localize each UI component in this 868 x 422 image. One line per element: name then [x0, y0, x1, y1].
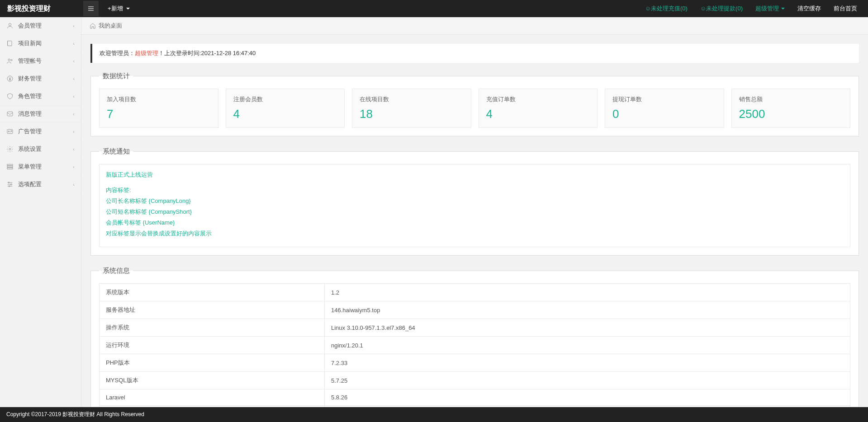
chevron-left-icon: ‹: [73, 164, 75, 169]
chevron-left-icon: ‹: [73, 129, 75, 134]
svg-rect-8: [7, 166, 13, 168]
sysinfo-row: 运行环境nginx/1.20.1: [100, 337, 850, 354]
sidebar-item-2[interactable]: 管理帐号 ‹: [0, 52, 81, 70]
sidebar-item-6[interactable]: 广告管理 ‹: [0, 123, 81, 141]
add-new-label: +新增: [108, 5, 123, 13]
chevron-left-icon: ‹: [73, 111, 75, 117]
breadcrumb: 我的桌面: [81, 17, 868, 35]
sidebar: 会员管理 ‹ 项目新闻 ‹ 管理帐号 ‹ 财务管理 ‹ 角色管理 ‹ 消息管理 …: [0, 17, 81, 422]
sysinfo-value: nginx/1.20.1: [325, 337, 850, 354]
sysinfo-value: 5.7.25: [325, 372, 850, 389]
stat-value: 0: [612, 107, 716, 121]
notice-tag-4[interactable]: 对应标签显示会替换成设置好的内容展示: [106, 230, 844, 238]
sidebar-item-label: 选项配置: [18, 180, 42, 188]
gear-icon: [6, 145, 14, 153]
sidebar-item-label: 系统设置: [18, 145, 42, 153]
add-new-dropdown[interactable]: +新增: [108, 5, 130, 13]
sidebar-item-5[interactable]: 消息管理 ‹: [0, 105, 81, 123]
sliders-icon: [6, 181, 14, 188]
sidebar-item-label: 会员管理: [18, 22, 42, 30]
user-icon: [6, 22, 14, 29]
sysinfo-key: 运行环境: [100, 337, 325, 354]
svg-point-1: [8, 59, 10, 61]
sidebar-item-3[interactable]: 财务管理 ‹: [0, 70, 81, 88]
svg-rect-4: [7, 112, 13, 116]
users-icon: [6, 57, 14, 65]
book-icon: [6, 40, 14, 47]
sidebar-item-4[interactable]: 角色管理 ‹: [0, 88, 81, 105]
sysinfo-key: MYSQL版本: [100, 372, 325, 389]
sysinfo-value: Linux 3.10.0-957.1.3.el7.x86_64: [325, 319, 850, 337]
sysinfo-row: MYSQL版本5.7.25: [100, 372, 850, 389]
frontend-link[interactable]: 前台首页: [834, 5, 857, 13]
stat-card-3: 充值订单数 4: [479, 89, 598, 128]
notice-title: 系统通知: [99, 147, 133, 156]
stat-card-5: 销售总额 2500: [731, 89, 851, 128]
stat-label: 加入项目数: [107, 95, 211, 103]
chevron-left-icon: ‹: [73, 23, 75, 28]
notice-tag-0[interactable]: 内容标签:: [106, 186, 844, 194]
topbar-right: ☺未处理充值(0) ☺未处理提款(0) 超级管理 清空缓存 前台首页: [645, 5, 868, 13]
breadcrumb-text: 我的桌面: [99, 22, 122, 30]
welcome-prefix: 欢迎管理员：: [100, 50, 135, 56]
yen-icon: [6, 75, 14, 82]
sysinfo-key: 系统版本: [100, 284, 325, 301]
notice-tag-3[interactable]: 会员帐号标签 {UserName}: [106, 219, 844, 227]
notice-tag-1[interactable]: 公司长名称标签 {CompanyLong}: [106, 197, 844, 205]
sysinfo-row: 系统版本1.2: [100, 284, 850, 301]
sidebar-item-1[interactable]: 项目新闻 ‹: [0, 35, 81, 52]
sidebar-item-label: 广告管理: [18, 127, 42, 136]
stat-value: 4: [486, 107, 590, 121]
sidebar-item-8[interactable]: 菜单管理 ‹: [0, 158, 81, 176]
chevron-left-icon: ‹: [73, 76, 75, 81]
svg-point-6: [9, 148, 11, 150]
sidebar-item-9[interactable]: 选项配置 ‹: [0, 176, 81, 193]
sysinfo-key: 服务器地址: [100, 301, 325, 319]
svg-point-2: [11, 59, 12, 61]
sysinfo-row: Laravel5.8.26: [100, 389, 850, 406]
sysinfo-panel: 系统信息 系统版本1.2服务器地址146.haiwaiym5.top操作系统Li…: [90, 267, 859, 408]
stat-card-4: 提现订单数 0: [605, 89, 724, 128]
sidebar-item-label: 菜单管理: [18, 163, 42, 171]
svg-rect-9: [7, 168, 13, 169]
chevron-left-icon: ‹: [73, 146, 75, 152]
sysinfo-value: 1.2: [325, 284, 850, 301]
stat-card-0: 加入项目数 7: [99, 89, 218, 128]
chevron-left-icon: ‹: [73, 182, 75, 187]
super-admin-dropdown[interactable]: 超级管理: [755, 5, 785, 13]
pending-recharge-link[interactable]: ☺未处理充值(0): [645, 5, 688, 13]
pending-withdraw-link[interactable]: ☺未处理提款(0): [700, 5, 743, 13]
clear-cache-link[interactable]: 清空缓存: [797, 5, 821, 13]
sysinfo-row: 操作系统Linux 3.10.0-957.1.3.el7.x86_64: [100, 319, 850, 337]
menu-icon: [6, 163, 14, 170]
sysinfo-key: PHP版本: [100, 354, 325, 372]
sidebar-item-label: 管理帐号: [18, 57, 42, 65]
sidebar-item-0[interactable]: 会员管理 ‹: [0, 17, 81, 35]
msg-icon: [6, 110, 14, 117]
sidebar-item-label: 角色管理: [18, 92, 42, 100]
topbar: 影视投资理财 +新增 ☺未处理充值(0) ☺未处理提款(0) 超级管理 清空缓存…: [0, 0, 868, 17]
sysinfo-value: 5.8.26: [325, 389, 850, 406]
sidebar-item-7[interactable]: 系统设置 ‹: [0, 141, 81, 158]
stat-value: 4: [233, 107, 337, 121]
stat-label: 提现订单数: [612, 95, 716, 103]
stats-panel: 数据统计 加入项目数 7注册会员数 4在线项目数 18充值订单数 4提现订单数 …: [90, 72, 859, 136]
shield-icon: [6, 93, 14, 100]
stat-label: 注册会员数: [233, 95, 337, 103]
stats-title: 数据统计: [99, 72, 133, 80]
sysinfo-key: 操作系统: [100, 319, 325, 337]
notice-panel: 系统通知 新版正式上线运营内容标签:公司长名称标签 {CompanyLong}公…: [90, 147, 859, 256]
ad-icon: [6, 128, 14, 135]
menu-toggle-button[interactable]: [83, 1, 99, 16]
home-icon: [90, 23, 96, 29]
main: 我的桌面 欢迎管理员：超级管理！上次登录时间:2021-12-28 16:47:…: [81, 17, 868, 422]
notice-link-0[interactable]: 新版正式上线运营: [106, 171, 844, 179]
notice-tag-2[interactable]: 公司短名称标签 {CompanyShort}: [106, 208, 844, 216]
svg-point-0: [9, 23, 11, 26]
footer: Copyright ©2017-2019 影视投资理财 All Rights R…: [0, 407, 868, 422]
sysinfo-value: 146.haiwaiym5.top: [325, 301, 850, 319]
sysinfo-row: 服务器地址146.haiwaiym5.top: [100, 301, 850, 319]
stat-value: 18: [360, 107, 464, 121]
welcome-banner: 欢迎管理员：超级管理！上次登录时间:2021-12-28 16:47:40: [90, 44, 859, 63]
sidebar-item-label: 财务管理: [18, 75, 42, 83]
